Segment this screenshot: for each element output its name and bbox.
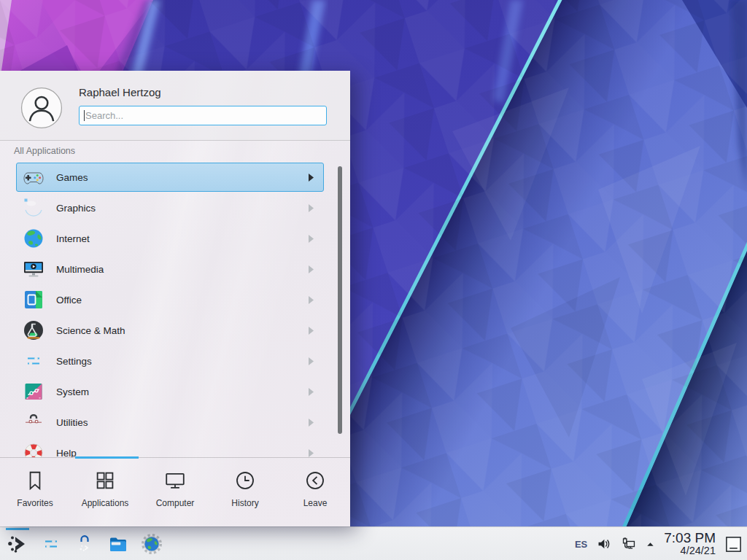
system-icon (22, 380, 45, 403)
tab-computer[interactable]: Computer (140, 470, 210, 526)
submenu-arrow-icon (309, 174, 314, 182)
search-input[interactable] (85, 106, 319, 125)
active-task-indicator (6, 528, 29, 530)
submenu-arrow-icon (309, 357, 314, 365)
utilities-icon (22, 411, 45, 434)
network-icon[interactable] (621, 536, 637, 552)
system-tray: ES 7:03 PM 4/24/21 (575, 527, 743, 560)
category-label: Graphics (56, 203, 309, 214)
category-label: Science & Math (56, 325, 309, 336)
active-tab-indicator (75, 456, 139, 459)
application-launcher: Raphael Hertzog All Applications Games G… (0, 71, 350, 526)
favorites-icon (24, 470, 46, 491)
user-name: Raphael Hertzog (79, 86, 161, 98)
launcher-tabbar: Favorites Applications Computer History … (0, 457, 350, 526)
applications-icon (94, 470, 116, 491)
submenu-arrow-icon (309, 265, 314, 273)
taskbar-icon-system-settings[interactable] (39, 532, 63, 556)
category-row-multimedia[interactable]: Multimedia (16, 254, 324, 284)
dolphin-icon (107, 532, 130, 556)
category-label: Multimedia (56, 264, 309, 275)
user-avatar[interactable] (20, 87, 63, 129)
taskbar: ES 7:03 PM 4/24/21 (0, 526, 747, 560)
desktop: Raphael Hertzog All Applications Games G… (0, 0, 747, 560)
tab-label: Applications (82, 498, 129, 508)
text-caret (84, 110, 85, 121)
show-desktop-button[interactable] (724, 535, 743, 553)
kickoff-icon (6, 532, 29, 556)
launcher-header: Raphael Hertzog (0, 71, 350, 141)
category-label: Help (56, 448, 309, 458)
help-icon (22, 441, 45, 457)
keyboard-layout-indicator[interactable]: ES (575, 539, 587, 550)
computer-icon (164, 470, 186, 491)
history-icon (234, 470, 256, 491)
internet-icon (22, 227, 45, 250)
category-row-help[interactable]: Help (16, 438, 324, 457)
tab-leave[interactable]: Leave (280, 470, 350, 526)
category-label: Office (56, 295, 309, 306)
category-row-games[interactable]: Games (16, 163, 324, 192)
category-row-graphics[interactable]: Graphics (16, 193, 324, 222)
submenu-arrow-icon (309, 235, 314, 243)
submenu-arrow-icon (309, 388, 314, 396)
tab-label: Favorites (17, 498, 53, 508)
scrollbar-thumb[interactable] (338, 166, 342, 434)
leave-icon (304, 470, 326, 491)
expand-tray-caret-icon[interactable] (646, 540, 655, 549)
category-row-science[interactable]: Science & Math (16, 316, 324, 345)
category-row-utilities[interactable]: Utilities (16, 408, 324, 437)
category-row-settings[interactable]: Settings (16, 346, 324, 376)
discover-icon (73, 532, 96, 556)
category-label: Internet (56, 233, 309, 244)
submenu-arrow-icon (309, 204, 314, 212)
category-label: System (56, 386, 309, 397)
submenu-arrow-icon (309, 296, 314, 304)
category-label: Utilities (56, 417, 309, 428)
submenu-arrow-icon (309, 419, 314, 427)
category-label: Settings (56, 356, 309, 367)
submenu-arrow-icon (309, 327, 314, 335)
taskbar-pinned-icons (6, 532, 163, 556)
digital-clock[interactable]: 7:03 PM 4/24/21 (664, 531, 716, 556)
tab-label: Leave (303, 498, 328, 508)
category-row-system[interactable]: System (16, 377, 324, 406)
tab-label: History (231, 498, 258, 508)
games-icon (22, 166, 45, 189)
systemsettings-icon (39, 532, 63, 556)
section-label: All Applications (14, 146, 75, 156)
volume-icon[interactable] (596, 536, 612, 552)
tab-label: Computer (156, 498, 195, 508)
category-row-internet[interactable]: Internet (16, 224, 324, 253)
search-box[interactable] (79, 106, 327, 125)
category-label: Games (56, 172, 309, 183)
tab-applications[interactable]: Applications (70, 470, 140, 526)
submenu-arrow-icon (309, 449, 314, 457)
office-icon (22, 288, 45, 311)
clock-time: 7:03 PM (664, 531, 716, 545)
science-icon (22, 319, 45, 342)
clock-date: 4/24/21 (681, 545, 716, 556)
tab-favorites[interactable]: Favorites (0, 470, 70, 526)
settings-icon (22, 349, 45, 373)
taskbar-icon-discover[interactable] (73, 532, 96, 556)
graphics-icon (22, 196, 45, 219)
multimedia-icon (22, 257, 45, 281)
taskbar-icon-kickoff-launcher[interactable] (6, 532, 29, 556)
category-row-office[interactable]: Office (16, 285, 324, 314)
taskbar-icon-file-manager[interactable] (107, 532, 130, 556)
category-list: Games Graphics Internet Multimedia Offic… (0, 158, 350, 457)
taskbar-icon-web-browser[interactable] (140, 532, 163, 556)
tab-history[interactable]: History (210, 470, 280, 526)
konqueror-icon (140, 532, 163, 556)
